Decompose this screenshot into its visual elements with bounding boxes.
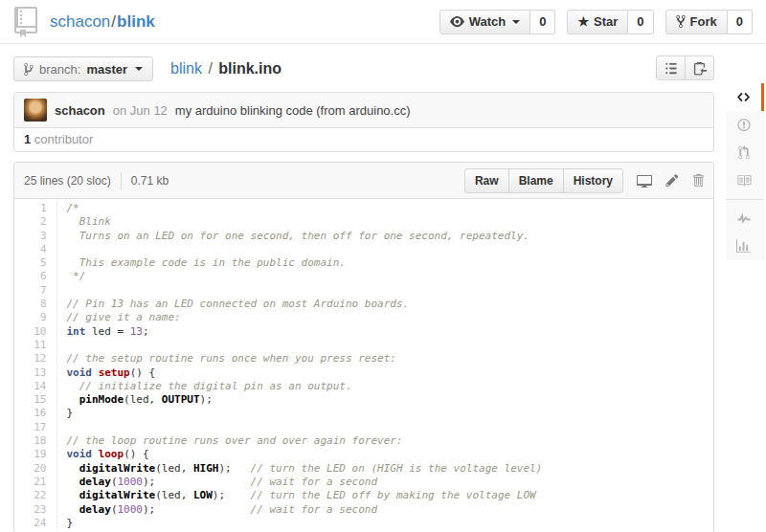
line-number[interactable]: 1 [14,202,56,215]
line-content: Blink [56,215,713,229]
line-number[interactable]: 22 [14,489,56,502]
breadcrumb-repo-link[interactable]: blink [170,60,202,77]
line-content: void loop() { [56,448,713,461]
watch-count[interactable]: 0 [530,10,555,34]
star-count[interactable]: 0 [628,10,653,34]
line-number[interactable]: 18 [14,434,56,448]
code-line: 24} [14,517,713,530]
line-content: // Pin 13 has an LED connected on most A… [56,298,713,311]
branch-selector-button[interactable]: branch: master [13,56,153,81]
fork-count[interactable]: 0 [728,10,753,34]
blame-button[interactable]: Blame [508,168,564,193]
line-number[interactable]: 8 [14,298,56,311]
code-line: 19void loop() { [14,448,713,461]
sidebar-divider [726,199,764,200]
line-content [56,243,713,256]
line-content: } [56,517,713,530]
code-line: 23 delay(1000); // wait for a second [14,503,713,517]
code-line: 17 [14,421,713,434]
code-line: 18// the loop routine runs over and over… [14,434,713,448]
code-line: 21 delay(1000); // wait for a second [14,476,713,489]
line-content: int led = 13; [56,325,713,339]
line-number[interactable]: 4 [14,243,56,256]
star-icon: ★ [577,15,589,28]
eye-icon [450,14,464,29]
file-lines-info: 25 lines (20 sloc) [24,174,111,188]
file-box: 25 lines (20 sloc) 0.71 kb Raw Blame His… [13,162,714,532]
edit-file-button[interactable] [665,173,679,188]
copy-path-button[interactable] [685,55,714,80]
code-line: 11 [14,339,713,352]
line-number[interactable]: 24 [14,517,56,530]
contributors-label: contributor [34,132,93,146]
line-content [56,421,713,434]
line-number[interactable]: 10 [14,325,56,339]
page-body: branch: master blink / blink.ino [0,55,766,532]
line-content: pinMode(led, OUTPUT); [56,393,713,407]
line-number[interactable]: 7 [14,284,56,298]
file-info-divider [121,172,122,189]
line-number[interactable]: 15 [14,393,56,407]
commit-date: on Jun 12 [113,103,168,118]
line-number[interactable]: 2 [14,215,56,229]
line-content: /* [56,202,713,215]
line-number[interactable]: 17 [14,421,56,434]
line-content: delay(1000); // wait for a second [56,476,713,489]
line-number[interactable]: 3 [14,230,56,243]
code-line: 9// give it a name: [14,311,713,324]
code-line: 20 digitalWrite(led, HIGH); // turn the … [14,462,713,476]
file-list-button[interactable] [656,55,686,80]
code-line: 4 [14,243,713,256]
line-content: // initialize the digital pin as an outp… [56,380,713,393]
sidebar-tab-pulse[interactable] [726,205,764,233]
line-number[interactable]: 5 [14,256,56,270]
line-number[interactable]: 9 [14,311,56,324]
book-icon [736,173,752,188]
contributors-row[interactable]: 1 contributor [14,128,713,151]
commit-message[interactable]: my arduino blinking code (from arduino.c… [175,103,411,118]
fork-button-label: Fork [690,14,717,29]
sidebar-tab-issues[interactable] [726,111,764,139]
star-button-group: ★ Star 0 [567,10,653,34]
repo-book-icon [13,7,38,37]
avatar[interactable] [24,99,47,122]
line-number[interactable]: 21 [14,476,56,489]
line-content: */ [56,270,713,283]
fork-icon [676,14,686,29]
line-content [56,284,713,298]
raw-button[interactable]: Raw [464,168,509,193]
code-line: 2 Blink [14,215,713,229]
line-content: Turns on an LED on for one second, then … [56,230,713,243]
breadcrumb-file-name: blink.ino [218,60,282,77]
line-number[interactable]: 6 [14,270,56,283]
repo-owner-link[interactable]: schacon [50,12,110,31]
history-button[interactable]: History [563,168,623,193]
commit-author-link[interactable]: schacon [55,103,105,118]
line-number[interactable]: 16 [14,407,56,420]
repo-name-link[interactable]: blink [117,12,155,31]
line-number[interactable]: 12 [14,352,56,366]
sidebar-tab-wiki[interactable] [726,166,764,194]
pull-request-icon [738,145,750,160]
watch-button[interactable]: Watch [439,10,531,34]
line-number[interactable]: 19 [14,448,56,461]
line-number[interactable]: 23 [14,503,56,517]
star-button[interactable]: ★ Star [567,10,628,34]
sidebar-tab-pull-requests[interactable] [726,139,764,166]
delete-file-button[interactable] [692,173,704,188]
sidebar-tab-graphs[interactable] [726,233,764,260]
line-number[interactable]: 20 [14,462,56,476]
line-number[interactable]: 14 [14,380,56,393]
code-line: 3 Turns on an LED on for one second, the… [14,230,713,243]
list-icon [665,61,677,76]
sidebar-tab-code[interactable] [726,83,764,111]
line-content: // the setup routine runs once when you … [56,352,713,366]
open-in-desktop-button[interactable] [637,173,652,188]
code-icon [736,90,751,104]
fork-button[interactable]: Fork [665,10,728,34]
line-number[interactable]: 13 [14,366,56,380]
code-line: 15 pinMode(led, OUTPUT); [14,393,713,407]
watch-button-group: Watch 0 [439,10,556,34]
line-number[interactable]: 11 [14,339,56,352]
line-content: digitalWrite(led, HIGH); // turn the LED… [56,462,713,476]
